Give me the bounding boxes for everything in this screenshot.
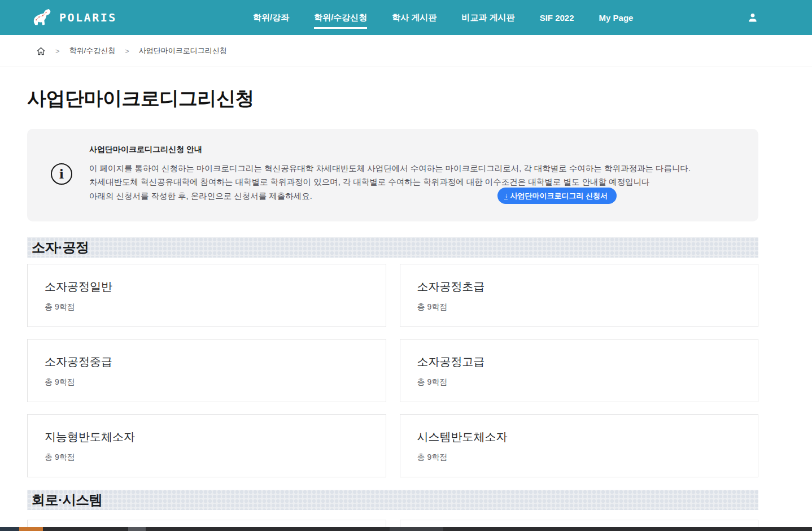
bottom-edge-bar	[0, 527, 812, 531]
section-title: 소자·공정	[32, 238, 89, 256]
bottom-bar-segment	[19, 527, 43, 531]
program-card-title: 시스템반도체소자	[417, 429, 741, 445]
chevron-right-icon: >	[55, 47, 60, 55]
notice-text: 사업단마이크로디그리신청 안내 이 페이지를 통하여 신청하는 마이크로디그리는…	[89, 145, 733, 203]
program-card-title: 소자공정일반	[45, 279, 369, 294]
user-account-icon[interactable]	[747, 12, 758, 25]
polaris-logo[interactable]: POLARIS	[31, 8, 117, 27]
nav-item-my-page[interactable]: My Page	[599, 13, 634, 23]
bottom-bar-segment	[0, 527, 19, 531]
breadcrumb: > 학위/수강신청 > 사업단마이크로디그리신청	[0, 35, 812, 67]
card-grid-device-process: 소자공정일반 총 9학점 소자공정초급 총 9학점 소자공정중급 총 9학점 소…	[27, 264, 758, 477]
page-title: 사업단마이크로디그리신청	[27, 86, 758, 112]
nav-item-extracurricular-board[interactable]: 비교과 게시판	[462, 12, 515, 23]
program-card-credits: 총 9학점	[45, 377, 369, 388]
bottom-bar-segment	[128, 527, 146, 531]
download-button-label: 사업단마이크로디그리 신청서	[510, 191, 608, 201]
program-card-credits: 총 9학점	[45, 302, 369, 312]
program-card-credits: 총 9학점	[417, 452, 741, 463]
nav-item-degree-courses[interactable]: 학위/강좌	[253, 12, 289, 23]
section-header-circuit-system: 회로·시스템	[27, 490, 758, 510]
chevron-right-icon: >	[125, 47, 129, 55]
program-card-title: 지능형반도체소자	[45, 429, 369, 445]
program-card-title: 소자공정초급	[417, 279, 741, 294]
nav-item-academic-board[interactable]: 학사 게시판	[392, 12, 436, 23]
section-title: 회로·시스템	[32, 491, 102, 509]
notice-line3: 아래의 신청서를 작성한 후, 온라인으로 신청서를 제출하세요.	[89, 189, 733, 203]
application-form-download-button[interactable]: ↓ 사업단마이크로디그리 신청서	[497, 188, 617, 204]
notice-heading: 사업단마이크로디그리신청 안내	[89, 145, 733, 155]
program-card[interactable]: 소자공정일반 총 9학점	[27, 264, 386, 327]
main-content: 사업단마이크로디그리신청 i 사업단마이크로디그리신청 안내 이 페이지를 통하…	[0, 86, 812, 531]
download-icon: ↓	[504, 193, 508, 199]
brand-name: POLARIS	[59, 11, 117, 24]
section-header-device-process: 소자·공정	[27, 237, 758, 258]
home-icon[interactable]	[36, 46, 46, 56]
top-navbar: POLARIS 학위/강좌 학위/수강신청 학사 게시판 비교과 게시판 SIF…	[0, 0, 812, 35]
program-card[interactable]: 소자공정고급 총 9학점	[400, 339, 759, 402]
program-card-credits: 총 9학점	[45, 452, 369, 463]
program-card-credits: 총 9학점	[417, 377, 741, 388]
breadcrumb-level2: 사업단마이크로디그리신청	[139, 46, 227, 56]
bottom-bar-segment	[390, 527, 443, 531]
info-icon: i	[51, 163, 72, 185]
program-card-credits: 총 9학점	[417, 302, 741, 312]
notice-line1: 이 페이지를 통하여 신청하는 마이크로디그리는 혁신공유대학 차세대반도체 사…	[89, 162, 733, 176]
breadcrumb-level1[interactable]: 학위/수강신청	[69, 46, 116, 56]
program-card-title: 소자공정중급	[45, 354, 369, 369]
notice-box: i 사업단마이크로디그리신청 안내 이 페이지를 통하여 신청하는 마이크로디그…	[27, 129, 758, 221]
program-card[interactable]: 소자공정중급 총 9학점	[27, 339, 386, 402]
polar-bear-logo-icon	[31, 8, 54, 27]
program-card-title: 소자공정고급	[417, 354, 741, 369]
program-card[interactable]: 시스템반도체소자 총 9학점	[400, 414, 759, 477]
program-card[interactable]: 소자공정초급 총 9학점	[400, 264, 759, 327]
nav-item-degree-enrollment[interactable]: 학위/수강신청	[314, 12, 367, 23]
nav-item-sif-2022[interactable]: SIF 2022	[540, 13, 574, 23]
main-nav: 학위/강좌 학위/수강신청 학사 게시판 비교과 게시판 SIF 2022 My…	[253, 12, 633, 23]
notice-line2: 차세대반도체 혁신공유대학에 참여하는 대학별로 학위과정이 있으며, 각 대학…	[89, 175, 733, 189]
program-card[interactable]: 지능형반도체소자 총 9학점	[27, 414, 386, 477]
